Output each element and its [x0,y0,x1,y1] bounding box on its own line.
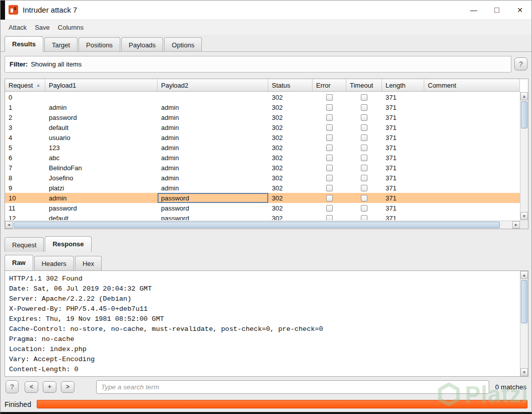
error-checkbox[interactable] [326,205,333,212]
scroll-up-icon[interactable]: ▲ [520,271,528,279]
cell-payload1: abc [45,153,158,163]
cell-timeout [346,112,382,122]
column-header-payload2[interactable]: Payload2 [158,79,268,91]
response-vertical-scrollbar[interactable]: ▲ ▼ [520,271,528,376]
table-row[interactable]: 11passwordpassword302371 [5,203,520,213]
main-tab-options[interactable]: Options [164,37,202,52]
table-row[interactable]: 1adminadmin302371 [5,102,520,112]
error-checkbox[interactable] [326,175,333,181]
scroll-down-icon[interactable]: ▼ [520,368,528,376]
cell-length: 371 [382,92,424,102]
table-vertical-scrollbar[interactable]: ▲ ▼ [520,92,528,220]
cell-status: 302 [268,153,313,163]
timeout-checkbox[interactable] [361,175,367,181]
menu-item-columns[interactable]: Columns [54,22,88,33]
cell-payload1: platzi [45,183,158,193]
main-tab-results[interactable]: Results [5,36,43,52]
timeout-checkbox[interactable] [361,114,367,121]
scroll-right-icon[interactable]: ► [512,221,520,229]
burp-app-icon [9,5,18,15]
search-input[interactable] [96,380,489,394]
horizontal-scroll-thumb[interactable] [14,222,500,228]
column-header-status[interactable]: Status [268,79,313,91]
main-tab-target[interactable]: Target [44,37,78,52]
view-tab-hex[interactable]: Hex [75,256,102,270]
timeout-checkbox[interactable] [361,104,367,111]
next-match-button[interactable]: > [61,381,74,393]
message-tab-request[interactable]: Request [5,237,44,252]
table-row[interactable]: 10adminpassword302371 [5,193,520,203]
scroll-left-icon[interactable]: ◄ [5,221,13,229]
timeout-checkbox[interactable] [361,145,367,151]
table-row[interactable]: 12defaultpassword302371 [5,213,520,220]
column-header-request[interactable]: Request▲ [5,79,45,91]
scroll-up-icon[interactable]: ▲ [520,92,528,100]
timeout-checkbox[interactable] [361,155,367,161]
table-row[interactable]: 7BelindoFanadmin302371 [5,163,520,173]
menu-item-save[interactable]: Save [31,22,54,33]
error-checkbox[interactable] [326,114,333,121]
column-header-length[interactable]: Length [382,79,424,91]
error-checkbox[interactable] [326,124,333,131]
previous-match-button[interactable]: < [25,381,38,393]
table-row[interactable]: 6abcadmin302371 [5,153,520,163]
table-row[interactable]: 9platziadmin302371 [5,183,520,193]
error-checkbox[interactable] [326,165,333,171]
table-row[interactable]: 4usuarioadmin302371 [5,132,520,143]
cell-request: 7 [5,163,45,173]
view-tab-headers[interactable]: Headers [34,256,74,270]
column-header-comment[interactable]: Comment [424,79,520,91]
timeout-checkbox[interactable] [361,195,367,201]
table-row[interactable]: 3defaultadmin302371 [5,122,520,132]
error-checkbox[interactable] [326,215,333,221]
timeout-checkbox[interactable] [361,205,367,212]
menu-item-attack[interactable]: Attack [5,22,31,33]
cell-comment [424,193,520,203]
table-row[interactable]: 8Josefinoadmin302371 [5,173,520,183]
minimize-button[interactable]: — [462,1,485,19]
main-tab-payloads[interactable]: Payloads [121,37,163,52]
cell-payload2: password [158,193,268,203]
error-checkbox[interactable] [326,185,333,191]
cell-status: 302 [268,132,313,143]
maximize-button[interactable]: □ [485,1,508,19]
timeout-checkbox[interactable] [361,165,367,171]
vertical-scroll-thumb[interactable] [521,101,527,128]
cell-timeout [346,163,382,173]
close-button[interactable]: ✕ [508,1,531,19]
table-row[interactable]: 5123admin302371 [5,143,520,153]
cell-status: 302 [268,173,313,183]
vertical-scroll-thumb[interactable] [521,280,527,323]
filter-bar[interactable]: Filter: Showing all items [5,56,511,73]
error-checkbox[interactable] [326,195,333,201]
error-checkbox[interactable] [326,145,333,151]
search-help-button[interactable]: ? [6,380,19,393]
column-header-payload1[interactable]: Payload1 [45,79,158,91]
timeout-checkbox[interactable] [361,124,367,131]
scroll-down-icon[interactable]: ▼ [520,212,528,220]
table-row[interactable]: 0302371 [5,92,520,102]
column-header-error[interactable]: Error [313,79,346,91]
error-checkbox[interactable] [326,155,333,161]
error-checkbox[interactable] [326,104,333,111]
cell-status: 302 [268,143,313,153]
add-search-term-button[interactable]: + [43,381,56,393]
column-header-timeout[interactable]: Timeout [346,79,382,91]
table-horizontal-scrollbar[interactable]: ◄ ► [5,221,520,229]
cell-status: 302 [268,122,313,132]
error-checkbox[interactable] [326,134,333,141]
view-tab-raw[interactable]: Raw [5,255,33,270]
timeout-checkbox[interactable] [361,185,367,191]
cell-error [313,203,346,213]
timeout-checkbox[interactable] [361,134,367,141]
main-tab-positions[interactable]: Positions [79,37,120,52]
cell-error [313,92,346,102]
timeout-checkbox[interactable] [361,94,367,101]
table-row[interactable]: 2passwordadmin302371 [5,112,520,122]
response-text[interactable]: HTTP/1.1 302 Found Date: Sat, 06 Jul 201… [5,271,519,376]
timeout-checkbox[interactable] [361,215,367,221]
message-tab-response[interactable]: Response [45,236,91,252]
filter-help-button[interactable]: ? [514,57,527,71]
cell-length: 371 [382,102,424,112]
error-checkbox[interactable] [326,94,333,101]
